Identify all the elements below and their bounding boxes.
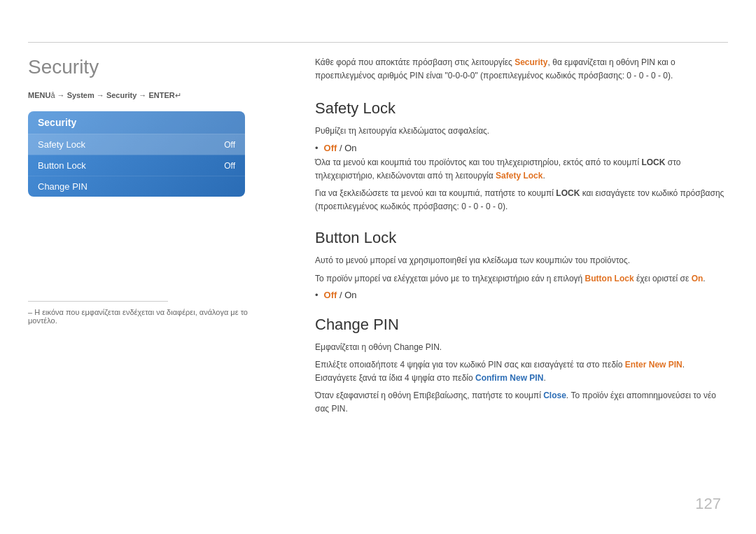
menu-item-change-pin[interactable]: Change PIN [28,176,245,197]
safety-lock-bullet: • Off / On [315,143,728,153]
menu-item-button-lock-label: Button Lock [38,160,86,171]
button-lock-options: Off / On [324,290,357,300]
note-text: – Η εικόνα που εμφανίζεται ενδέχεται να … [28,308,266,325]
left-panel: Security MENUå → System → Security → ENT… [28,56,280,197]
button-lock-body2: Το προϊόν μπορεί να ελέγχεται μόνο με το… [315,272,728,286]
button-lock-bullet: • Off / On [315,290,728,300]
safety-lock-body2: Όλα τα μενού και κουμπιά του προϊόντος κ… [315,156,728,183]
on-inline: On [692,274,704,283]
bullet-dot2: • [315,290,318,300]
section-safety-lock: Safety Lock Ρυθμίζει τη λειτουργία κλειδ… [315,99,728,213]
menu-nav: MENUå → System → Security → ENTER↵ [28,91,280,100]
button-lock-title: Button Lock [315,229,728,247]
section-change-pin: Change PIN Εμφανίζεται η οθόνη Change PI… [315,316,728,416]
menu-item-change-pin-label: Change PIN [38,181,88,192]
left-divider [28,301,168,302]
menu-item-button-lock-value: Off [224,161,235,171]
confirm-new-pin: Confirm New PIN [475,373,543,383]
enter-new-pin: Enter New PIN [625,360,682,370]
off-label: Off [324,143,337,153]
security-box-title: Security [28,111,245,134]
change-pin-title: Change PIN [315,316,728,334]
safety-lock-body3: Για να ξεκλειδώσετε τα μενού και τα κουμ… [315,187,728,213]
button-lock-body1: Αυτό το μενού μπορεί να χρησιμοποιηθεί γ… [315,254,728,267]
menu-item-safety-lock-value: Off [224,140,235,150]
safety-lock-body1: Ρυθμίζει τη λειτουργία κλειδώματος ασφαλ… [315,125,728,138]
security-menu-box: Security Safety Lock Off Button Lock Off… [28,111,245,197]
on-label: On [344,143,356,153]
menu-item-safety-lock-label: Safety Lock [38,139,85,150]
on-label2: On [344,290,356,300]
menu-item-button-lock[interactable]: Button Lock Off [28,155,245,176]
menu-item-safety-lock[interactable]: Safety Lock Off [28,134,245,155]
bullet-dot: • [315,143,318,153]
intro-text: Κάθε φορά που αποκτάτε πρόσβαση στις λει… [315,56,728,83]
change-pin-body3: Όταν εξαφανιστεί η οθόνη Επιβεβαίωσης, π… [315,389,728,416]
off-label2: Off [324,290,337,300]
right-panel: Κάθε φορά που αποκτάτε πρόσβαση στις λει… [315,56,728,432]
top-divider [28,42,728,43]
section-button-lock: Button Lock Αυτό το μενού μπορεί να χρησ… [315,229,728,300]
safety-lock-title: Safety Lock [315,99,728,118]
safety-lock-inline: Safety Lock [496,171,542,181]
change-pin-body2: Επιλέξτε οποιαδήποτε 4 ψηφία για τον κωδ… [315,358,728,385]
intro-security-highlight: Security [514,57,547,67]
close-inline: Close [543,391,566,400]
page-title: Security [28,56,280,78]
button-lock-inline: Button Lock [585,274,634,283]
safety-lock-options: Off / On [324,143,357,153]
page-number: 127 [695,495,721,513]
change-pin-body1: Εμφανίζεται η οθόνη Change PIN. [315,341,728,354]
